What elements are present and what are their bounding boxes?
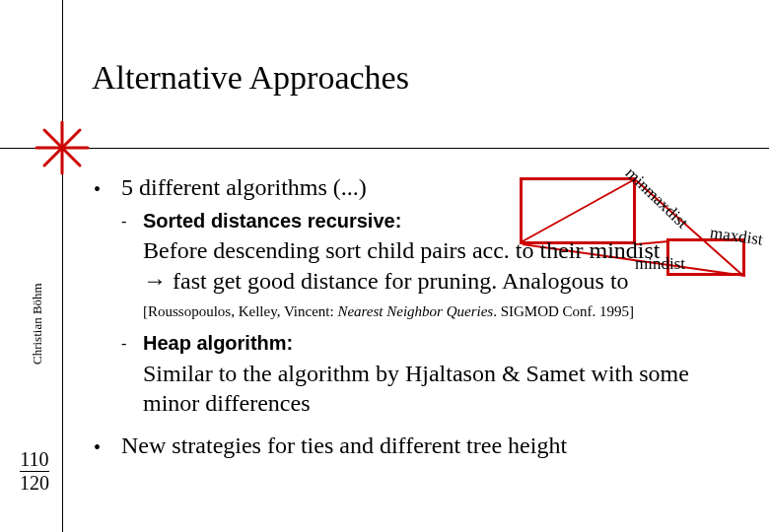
page-number: 110 120 — [20, 448, 49, 495]
heap-body: Heap algorithm: Similar to the algorithm… — [143, 331, 744, 419]
sorted-line1: Before descending sort child pairs acc. … — [143, 237, 661, 263]
bullet-1: • 5 different algorithms (...) — [94, 172, 744, 203]
heap-heading: Heap algorithm: — [143, 331, 744, 357]
sorted-heading: Sorted distances recursive: — [143, 209, 744, 234]
heap-item: - Heap algorithm: Similar to the algorit… — [121, 331, 744, 419]
bullet-icon: • — [94, 435, 121, 466]
slide-title: Alternative Approaches — [92, 59, 409, 97]
sorted-line2: fast get good distance for pruning. Anal… — [167, 268, 629, 294]
sorted-body: Sorted distances recursive: Before desce… — [143, 209, 744, 297]
page-current: 110 — [20, 448, 49, 471]
horizontal-crosshair-line — [0, 148, 769, 149]
author-label: Christian Böhm — [30, 283, 45, 365]
bullet-icon: • — [94, 177, 121, 208]
dash-icon: - — [121, 212, 143, 299]
dash-icon: - — [121, 334, 143, 422]
citation: [Roussopoulos, Kelley, Vincent: Nearest … — [143, 302, 744, 321]
content-area: • 5 different algorithms (...) - Sorted … — [94, 172, 744, 467]
bullet-2: • New strategies for ties and different … — [94, 431, 744, 461]
bullet-2-text: New strategies for ties and different tr… — [121, 431, 567, 461]
bullet-1-text: 5 different algorithms (...) — [121, 172, 367, 203]
sorted-item: - Sorted distances recursive: Before des… — [121, 209, 744, 297]
arrow-icon: → — [143, 267, 167, 294]
vertical-crosshair-line — [62, 0, 63, 532]
heap-text: Similar to the algorithm by Hjaltason & … — [143, 361, 689, 417]
page-total: 120 — [20, 471, 49, 495]
star-icon — [34, 119, 91, 176]
